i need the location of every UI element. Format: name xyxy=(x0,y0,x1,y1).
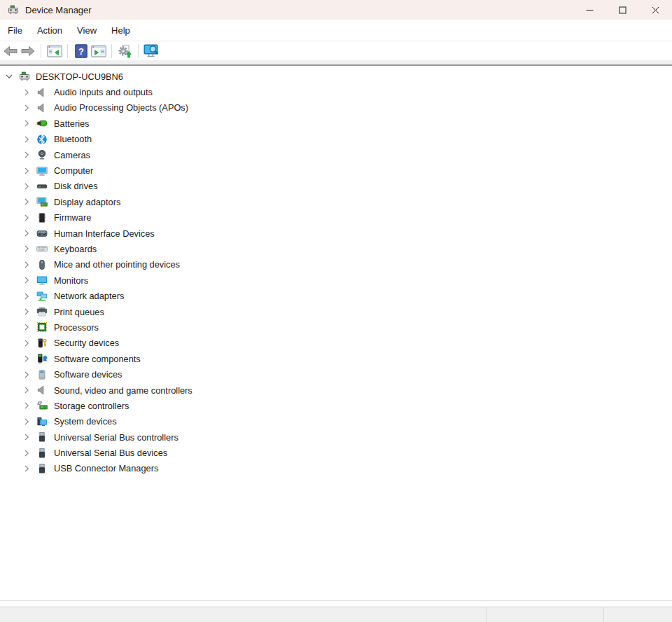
chevron-right-icon[interactable] xyxy=(22,244,31,253)
toolbar-separator xyxy=(67,44,68,58)
chevron-right-icon[interactable] xyxy=(22,182,31,191)
menu-action[interactable]: Action xyxy=(30,22,69,39)
chevron-right-icon[interactable] xyxy=(22,167,31,175)
computer-icon xyxy=(36,165,48,177)
processor-icon xyxy=(36,322,48,333)
speaker-icon xyxy=(36,87,48,98)
tree-item-print-queues[interactable]: Print queues xyxy=(0,304,672,319)
tree-item-software-devices[interactable]: Software devices xyxy=(0,366,672,382)
scan-hardware-changes-button[interactable] xyxy=(143,43,160,60)
minimize-button[interactable] xyxy=(573,0,606,20)
tree-item-cameras[interactable]: Cameras xyxy=(0,147,672,163)
tree-item-system-devices[interactable]: System devices xyxy=(0,414,672,429)
tree-item-mice-and-other-pointing-devices[interactable]: Mice and other pointing devices xyxy=(0,257,672,272)
chevron-right-icon[interactable] xyxy=(22,449,31,457)
tree-item-firmware[interactable]: Firmware xyxy=(0,210,672,226)
tree-item-label: Processors xyxy=(54,322,99,333)
monitor-icon xyxy=(36,275,48,286)
chevron-right-icon[interactable] xyxy=(22,292,31,300)
chevron-right-icon[interactable] xyxy=(22,354,31,363)
speaker-icon xyxy=(36,102,48,113)
chevron-right-icon[interactable] xyxy=(22,198,31,206)
tree-item-universal-serial-bus-controllers[interactable]: Universal Serial Bus controllers xyxy=(0,429,672,445)
show-action-pane-button[interactable] xyxy=(90,43,107,60)
tree-item-batteries[interactable]: Batteries xyxy=(0,116,672,131)
tree-item-label: USB Connector Managers xyxy=(54,463,158,474)
gamepad-icon xyxy=(36,228,48,239)
device-manager-icon xyxy=(8,4,19,15)
tree-item-label: System devices xyxy=(54,416,117,427)
chevron-right-icon[interactable] xyxy=(22,386,31,394)
chevron-right-icon[interactable] xyxy=(22,135,31,144)
security-device-icon xyxy=(36,338,48,349)
tree-item-computer[interactable]: Computer xyxy=(0,163,672,178)
chevron-right-icon[interactable] xyxy=(22,229,31,237)
menu-view[interactable]: View xyxy=(70,22,104,39)
titlebar: Device Manager xyxy=(0,0,672,20)
network-adapter-icon xyxy=(36,291,48,302)
chevron-right-icon[interactable] xyxy=(22,464,31,473)
tree-item-label: Monitors xyxy=(54,275,88,286)
chevron-right-icon[interactable] xyxy=(22,433,31,441)
chevron-right-icon[interactable] xyxy=(22,371,31,379)
chevron-right-icon[interactable] xyxy=(22,276,31,284)
storage-controller-icon xyxy=(36,400,48,411)
tree-item-bluetooth[interactable]: Bluetooth xyxy=(0,132,672,147)
mouse-icon xyxy=(36,259,48,270)
software-device-icon xyxy=(36,369,48,380)
chevron-right-icon[interactable] xyxy=(22,151,31,159)
tree-item-label: Human Interface Devices xyxy=(54,228,155,239)
tree-item-display-adaptors[interactable]: Display adaptors xyxy=(0,194,672,209)
tree-item-audio-processing-objects-apos[interactable]: Audio Processing Objects (APOs) xyxy=(0,100,672,116)
forward-icon xyxy=(20,46,36,57)
tree-item-disk-drives[interactable]: Disk drives xyxy=(0,179,672,194)
tree-item-label: Mice and other pointing devices xyxy=(54,259,180,270)
forward-button[interactable] xyxy=(19,43,36,60)
chevron-right-icon[interactable] xyxy=(22,214,31,222)
tree-item-sound-video-and-game-controllers[interactable]: Sound, video and game controllers xyxy=(0,382,672,398)
close-button[interactable] xyxy=(639,0,672,20)
tree-item-human-interface-devices[interactable]: Human Interface Devices xyxy=(0,226,672,241)
back-button[interactable] xyxy=(1,43,19,60)
tree-item-label: Sound, video and game controllers xyxy=(54,385,192,396)
update-driver-button[interactable] xyxy=(116,43,134,60)
maximize-button[interactable] xyxy=(606,0,639,20)
system-device-icon xyxy=(36,416,48,427)
tree-root-desktop-ucu9bn6[interactable]: DESKTOP-UCU9BN6 xyxy=(0,69,672,84)
tree-item-software-components[interactable]: Software components xyxy=(0,351,672,366)
chevron-right-icon[interactable] xyxy=(22,119,31,127)
svg-text:?: ? xyxy=(78,46,84,57)
statusbar-cell xyxy=(486,607,603,622)
minimize-icon xyxy=(586,6,594,14)
tree-item-usb-connector-managers[interactable]: USB Connector Managers xyxy=(0,461,672,476)
chevron-right-icon[interactable] xyxy=(22,261,31,269)
chevron-right-icon[interactable] xyxy=(22,417,31,426)
tree-item-label: Firmware xyxy=(54,212,91,223)
menu-help[interactable]: Help xyxy=(104,22,137,39)
chevron-right-icon[interactable] xyxy=(22,401,31,410)
camera-icon xyxy=(36,149,48,160)
chevron-right-icon[interactable] xyxy=(22,88,31,97)
tree-item-label: Audio inputs and outputs xyxy=(54,87,153,97)
chevron-right-icon[interactable] xyxy=(22,339,31,347)
tree-item-keyboards[interactable]: Keyboards xyxy=(0,241,672,256)
show-console-tree-button[interactable] xyxy=(46,43,63,60)
chevron-right-icon[interactable] xyxy=(22,323,31,331)
scan-hardware-changes-icon xyxy=(144,44,160,58)
tree-item-storage-controllers[interactable]: Storage controllers xyxy=(0,398,672,413)
tree-item-audio-inputs-and-outputs[interactable]: Audio inputs and outputs xyxy=(0,84,672,99)
chevron-down-icon[interactable] xyxy=(5,72,13,81)
tree-item-security-devices[interactable]: Security devices xyxy=(0,336,672,351)
statusbar xyxy=(0,607,672,622)
menu-file[interactable]: File xyxy=(1,22,29,39)
update-driver-icon xyxy=(118,44,133,58)
tree-item-label: Bluetooth xyxy=(54,134,92,144)
chevron-right-icon[interactable] xyxy=(22,104,31,112)
tree-item-network-adapters[interactable]: Network adapters xyxy=(0,288,672,303)
tree-item-monitors[interactable]: Monitors xyxy=(0,272,672,288)
tree-item-processors[interactable]: Processors xyxy=(0,319,672,335)
chevron-right-icon[interactable] xyxy=(22,307,31,316)
tree-item-universal-serial-bus-devices[interactable]: Universal Serial Bus devices xyxy=(0,445,672,460)
tree-item-label: Audio Processing Objects (APOs) xyxy=(54,102,188,113)
help-button[interactable]: ? xyxy=(72,43,90,60)
